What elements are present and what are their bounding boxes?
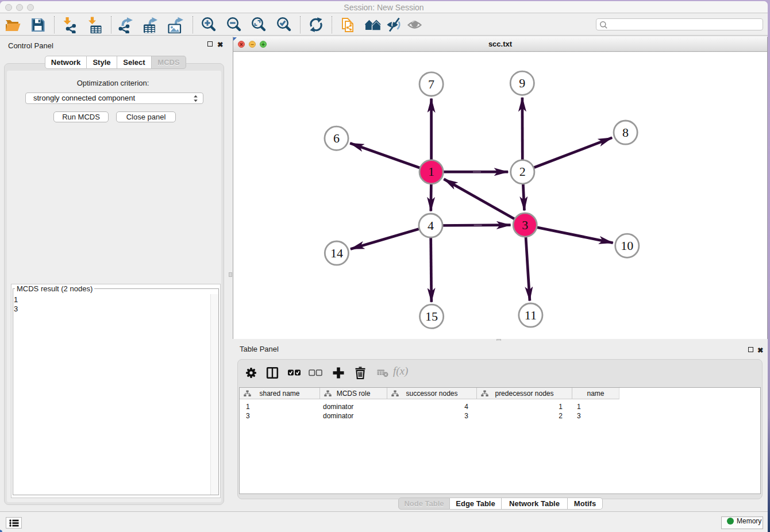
svg-text:7: 7 [428,77,434,91]
svg-text:6: 6 [333,131,340,145]
svg-text:15: 15 [425,309,438,323]
svg-text:14: 14 [330,246,343,260]
svg-text:11: 11 [525,308,537,322]
svg-text:4: 4 [428,218,434,233]
svg-text:9: 9 [519,76,525,90]
svg-text:8: 8 [622,125,629,140]
svg-text:10: 10 [621,238,633,253]
svg-text:2: 2 [519,164,526,179]
svg-text:1: 1 [428,164,434,179]
svg-text:3: 3 [522,218,528,232]
